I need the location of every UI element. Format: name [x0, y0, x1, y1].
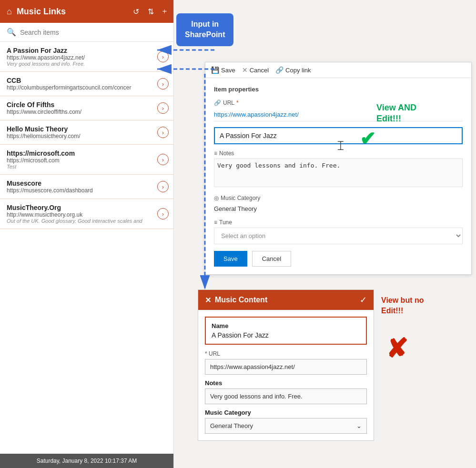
sp-toolbar: 💾 Save ✕ Cancel 🔗 Copy link — [205, 62, 471, 78]
mc-notes-label: Notes — [205, 379, 367, 387]
item-title: https://microsoft.com — [7, 149, 167, 157]
list-item[interactable]: A Passion For Jazz https://www.apassion4… — [0, 42, 173, 72]
item-title: MusicTheory.Org — [7, 204, 167, 211]
search-bar: 🔍 — [0, 23, 173, 42]
music-cat-icon: ◎ — [214, 195, 219, 201]
chevron-right-icon[interactable]: › — [157, 208, 169, 219]
sp-footer-cancel-button[interactable]: Cancel — [252, 251, 291, 267]
callout-line2: SharePoint — [185, 30, 225, 40]
sp-section-title: Item properties — [214, 86, 463, 93]
app-title: Music Links — [17, 7, 133, 17]
mc-cat-label: Music Category — [205, 409, 367, 416]
list-item[interactable]: Circle Of Fifths https://www.circleoffif… — [0, 96, 173, 120]
chevron-right-icon[interactable]: › — [157, 181, 169, 192]
sp-tune-select[interactable]: Select an option — [214, 228, 463, 244]
sharepoint-panel: 💾 Save ✕ Cancel 🔗 Copy link Item propert… — [205, 62, 472, 275]
chevron-right-icon[interactable]: › — [157, 154, 169, 165]
sp-save-btn[interactable]: 💾 Save — [211, 66, 235, 74]
list-container: A Passion For Jazz https://www.apassion4… — [0, 42, 173, 454]
timestamp-text: Saturday, January 8, 2022 10:17:37 AM — [37, 458, 137, 464]
app-header: ⌂ Music Links ↺ ⇅ + — [0, 0, 173, 23]
mc-name-value: A Passion For Jazz — [212, 331, 360, 339]
item-note: Test — [7, 164, 167, 169]
sp-copy-label: Copy link — [285, 67, 311, 74]
required-mark: * — [236, 100, 239, 106]
timestamp-bar: Saturday, January 8, 2022 10:17:37 AM — [0, 454, 173, 468]
mc-name-label: Name — [212, 322, 360, 329]
item-url: https://musescore.com/dashboard — [7, 187, 167, 194]
tune-icon: ≡ — [214, 219, 217, 226]
list-item[interactable]: MusicTheory.Org http://www.musictheory.o… — [0, 199, 173, 229]
sp-save-label: Save — [221, 67, 235, 74]
chevron-right-icon[interactable]: › — [157, 102, 169, 114]
sp-cancel-label: Cancel — [250, 67, 269, 74]
mc-title-text: Music Content — [215, 296, 267, 304]
sp-footer-btns: Save Cancel — [214, 251, 463, 267]
chevron-right-icon[interactable]: › — [157, 51, 169, 62]
item-title: Musescore — [7, 179, 167, 187]
list-item[interactable]: CCB http://columbusperformingartscouncil… — [0, 72, 173, 96]
search-icon: 🔍 — [7, 28, 16, 37]
item-title: A Passion For Jazz — [7, 47, 167, 54]
mc-title: ✕ Music Content — [205, 296, 267, 305]
checkmark-green-icon: ✔ — [360, 128, 376, 149]
sp-cat-value: General Theory — [214, 203, 463, 214]
refresh-icon[interactable]: ↺ — [133, 7, 139, 16]
sp-notes-area[interactable]: Very good lessons and info. Free. — [214, 159, 463, 187]
list-item[interactable]: Musescore https://musescore.com/dashboar… — [0, 175, 173, 199]
sp-copy-link-btn[interactable]: 🔗 Copy link — [275, 66, 311, 74]
cursor-icon: 𝙸 — [336, 138, 345, 154]
item-url: http://columbusperformingartscouncil.com… — [7, 84, 167, 91]
mc-header: ✕ Music Content ✓ — [198, 290, 374, 310]
mc-url-label: * URL — [205, 350, 367, 357]
left-panel: ⌂ Music Links ↺ ⇅ + 🔍 A Passion For Jazz… — [0, 0, 174, 468]
list-item[interactable]: Hello Music Theory https://hellomusicthe… — [0, 120, 173, 145]
callout-tooltip: Input in SharePoint — [176, 13, 233, 46]
item-url: http://www.musictheory.org.uk — [7, 211, 167, 218]
xmark-red-icon: ✘ — [386, 333, 408, 364]
home-icon[interactable]: ⌂ — [7, 7, 12, 17]
sort-icon[interactable]: ⇅ — [148, 7, 154, 16]
item-url: https://hellomusictheory.com/ — [7, 133, 167, 139]
cancel-icon: ✕ — [242, 66, 248, 74]
copy-icon: 🔗 — [275, 66, 284, 74]
header-icons: ↺ ⇅ + — [133, 7, 167, 16]
mc-url-input — [205, 359, 367, 375]
mc-body: Name A Passion For Jazz * URL Notes Musi… — [198, 310, 374, 440]
chevron-right-icon[interactable]: › — [157, 78, 169, 90]
list-item[interactable]: https://microsoft.com https://microsoft.… — [0, 145, 173, 175]
mc-name-box: Name A Passion For Jazz — [205, 317, 367, 345]
chevron-right-icon[interactable]: › — [157, 127, 169, 138]
mc-notes-input — [205, 388, 367, 404]
item-url: https://microsoft.com — [7, 157, 167, 164]
add-icon[interactable]: + — [162, 7, 167, 16]
sp-url-label: 🔗 URL * — [214, 100, 463, 106]
mc-cat-select: General Theory ⌄ — [205, 418, 367, 434]
item-url: https://www.apassion4jazz.net/ — [7, 54, 167, 61]
item-title: Hello Music Theory — [7, 125, 167, 133]
mc-close-icon[interactable]: ✕ — [205, 296, 211, 305]
search-input[interactable] — [20, 29, 167, 36]
item-note: Very good lessons and info. Free. — [7, 61, 167, 67]
sp-tune-label: ≡ Tune — [214, 219, 463, 226]
notes-icon: ≡ — [214, 150, 217, 157]
item-title: CCB — [7, 77, 167, 84]
sp-url-value: https://www.apassion4jazz.net/ — [214, 108, 463, 121]
sp-cancel-btn[interactable]: ✕ Cancel — [242, 66, 269, 74]
link-icon: 🔗 — [214, 100, 221, 106]
music-content-panel: ✕ Music Content ✓ Name A Passion For Jaz… — [198, 289, 374, 441]
view-edit-annotation: View AND Edit!!! — [376, 102, 416, 125]
chevron-down-icon: ⌄ — [356, 422, 362, 429]
sp-footer-save-button[interactable]: Save — [214, 251, 247, 267]
mc-check-icon[interactable]: ✓ — [360, 295, 367, 305]
item-note: Out of the UK. Good glossary. Good inter… — [7, 218, 167, 224]
item-url: https://www.circleoffifths.com/ — [7, 109, 167, 115]
item-title: Circle Of Fifths — [7, 101, 167, 109]
sp-body: Item properties 🔗 URL * https://www.apas… — [205, 78, 471, 274]
view-no-edit-annotation: View but no Edit!!! — [381, 295, 424, 317]
callout-line1: Input in — [185, 19, 225, 30]
mc-cat-value: General Theory — [210, 422, 253, 429]
sp-music-cat-label: ◎ Music Category — [214, 195, 463, 201]
save-icon: 💾 — [211, 66, 219, 74]
